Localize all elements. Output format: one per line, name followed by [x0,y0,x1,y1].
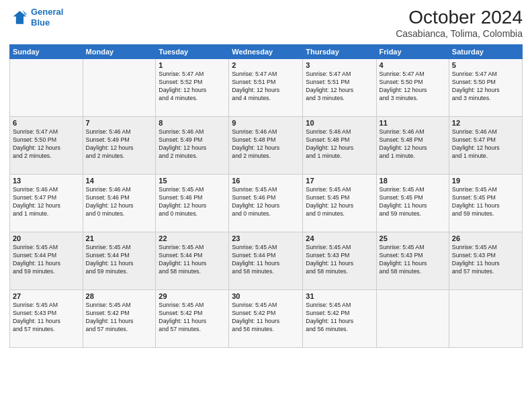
table-row: 1Sunrise: 5:47 AMSunset: 5:52 PMDaylight… [156,59,229,117]
day-info: Sunrise: 5:45 AMSunset: 5:44 PMDaylight:… [159,244,226,276]
day-number: 23 [232,234,300,242]
logo-icon [9,8,28,27]
col-saturday: Saturday [449,45,522,59]
table-row: 26Sunrise: 5:45 AMSunset: 5:43 PMDayligh… [449,232,522,290]
day-number: 6 [13,119,80,127]
day-info: Sunrise: 5:46 AMSunset: 5:49 PMDaylight:… [159,128,226,161]
table-row: 8Sunrise: 5:46 AMSunset: 5:49 PMDaylight… [156,117,229,175]
day-info: Sunrise: 5:45 AMSunset: 5:45 PMDaylight:… [380,186,446,218]
calendar-week-row: 13Sunrise: 5:46 AMSunset: 5:47 PMDayligh… [10,175,523,232]
table-row: 11Sunrise: 5:46 AMSunset: 5:48 PMDayligh… [376,117,449,175]
day-number: 29 [159,292,226,300]
calendar-week-row: 6Sunrise: 5:47 AMSunset: 5:50 PMDaylight… [10,117,523,175]
day-info: Sunrise: 5:47 AMSunset: 5:51 PMDaylight:… [232,71,300,103]
calendar-week-row: 1Sunrise: 5:47 AMSunset: 5:52 PMDaylight… [10,59,523,117]
table-row: 24Sunrise: 5:45 AMSunset: 5:43 PMDayligh… [303,232,376,290]
day-info: Sunrise: 5:46 AMSunset: 5:48 PMDaylight:… [306,128,373,161]
day-number: 18 [380,177,446,185]
col-thursday: Thursday [303,45,376,59]
day-number: 5 [452,61,519,69]
table-row: 7Sunrise: 5:46 AMSunset: 5:49 PMDaylight… [83,117,156,175]
table-row: 13Sunrise: 5:46 AMSunset: 5:47 PMDayligh… [10,175,83,232]
table-row: 27Sunrise: 5:45 AMSunset: 5:43 PMDayligh… [10,290,83,348]
day-number: 25 [380,234,446,242]
day-number: 30 [232,292,300,300]
day-info: Sunrise: 5:47 AMSunset: 5:52 PMDaylight:… [159,71,226,103]
day-info: Sunrise: 5:45 AMSunset: 5:42 PMDaylight:… [232,302,300,334]
day-info: Sunrise: 5:47 AMSunset: 5:50 PMDaylight:… [452,71,519,103]
day-number: 14 [86,177,153,185]
day-number: 27 [13,292,80,300]
table-row: 4Sunrise: 5:47 AMSunset: 5:50 PMDaylight… [376,59,449,117]
table-row: 15Sunrise: 5:45 AMSunset: 5:46 PMDayligh… [156,175,229,232]
day-number: 24 [306,234,373,242]
day-number: 12 [452,119,519,127]
day-number: 16 [232,177,300,185]
table-row: 23Sunrise: 5:45 AMSunset: 5:44 PMDayligh… [229,232,303,290]
day-info: Sunrise: 5:45 AMSunset: 5:42 PMDaylight:… [159,302,226,334]
day-info: Sunrise: 5:45 AMSunset: 5:43 PMDaylight:… [13,302,80,334]
table-row: 31Sunrise: 5:45 AMSunset: 5:42 PMDayligh… [303,290,376,348]
day-number: 17 [306,177,373,185]
day-info: Sunrise: 5:45 AMSunset: 5:43 PMDaylight:… [380,244,446,276]
table-row: 6Sunrise: 5:47 AMSunset: 5:50 PMDaylight… [10,117,83,175]
day-info: Sunrise: 5:45 AMSunset: 5:44 PMDaylight:… [232,244,300,276]
day-info: Sunrise: 5:45 AMSunset: 5:44 PMDaylight:… [86,244,153,276]
day-info: Sunrise: 5:47 AMSunset: 5:50 PMDaylight:… [13,128,80,161]
table-row: 16Sunrise: 5:45 AMSunset: 5:46 PMDayligh… [229,175,303,232]
day-info: Sunrise: 5:45 AMSunset: 5:43 PMDaylight:… [306,244,373,276]
day-info: Sunrise: 5:45 AMSunset: 5:45 PMDaylight:… [452,186,519,218]
table-row: 21Sunrise: 5:45 AMSunset: 5:44 PMDayligh… [83,232,156,290]
table-row: 25Sunrise: 5:45 AMSunset: 5:43 PMDayligh… [376,232,449,290]
table-row: 28Sunrise: 5:45 AMSunset: 5:42 PMDayligh… [83,290,156,348]
day-number: 26 [452,234,519,242]
day-info: Sunrise: 5:47 AMSunset: 5:50 PMDaylight:… [380,71,446,103]
col-wednesday: Wednesday [229,45,303,59]
table-row: 10Sunrise: 5:46 AMSunset: 5:48 PMDayligh… [303,117,376,175]
day-number: 2 [232,61,300,69]
day-info: Sunrise: 5:46 AMSunset: 5:47 PMDaylight:… [452,128,519,161]
col-monday: Monday [83,45,156,59]
table-row: 20Sunrise: 5:45 AMSunset: 5:44 PMDayligh… [10,232,83,290]
table-row: 19Sunrise: 5:45 AMSunset: 5:45 PMDayligh… [449,175,522,232]
table-row: 14Sunrise: 5:46 AMSunset: 5:46 PMDayligh… [83,175,156,232]
subtitle: Casabianca, Tolima, Colombia [396,28,523,39]
table-row: 9Sunrise: 5:46 AMSunset: 5:48 PMDaylight… [229,117,303,175]
day-info: Sunrise: 5:46 AMSunset: 5:48 PMDaylight:… [232,128,300,161]
day-number: 20 [13,234,80,242]
day-number: 15 [159,177,226,185]
day-number: 4 [380,61,446,69]
day-info: Sunrise: 5:45 AMSunset: 5:42 PMDaylight:… [86,302,153,334]
calendar-table: Sunday Monday Tuesday Wednesday Thursday… [9,44,523,348]
table-row: 18Sunrise: 5:45 AMSunset: 5:45 PMDayligh… [376,175,449,232]
day-number: 3 [306,61,373,69]
day-info: Sunrise: 5:45 AMSunset: 5:44 PMDaylight:… [13,244,80,276]
calendar-header-row: Sunday Monday Tuesday Wednesday Thursday… [10,45,523,59]
table-row: 3Sunrise: 5:47 AMSunset: 5:51 PMDaylight… [303,59,376,117]
table-row: 22Sunrise: 5:45 AMSunset: 5:44 PMDayligh… [156,232,229,290]
table-row: 12Sunrise: 5:46 AMSunset: 5:47 PMDayligh… [449,117,522,175]
day-info: Sunrise: 5:45 AMSunset: 5:45 PMDaylight:… [306,186,373,218]
col-sunday: Sunday [10,45,83,59]
day-info: Sunrise: 5:46 AMSunset: 5:49 PMDaylight:… [86,128,153,161]
table-row: 2Sunrise: 5:47 AMSunset: 5:51 PMDaylight… [229,59,303,117]
day-info: Sunrise: 5:46 AMSunset: 5:47 PMDaylight:… [13,186,80,218]
table-row: 5Sunrise: 5:47 AMSunset: 5:50 PMDaylight… [449,59,522,117]
logo-text: General Blue [31,7,63,28]
main-title: October 2024 [396,7,523,28]
day-info: Sunrise: 5:45 AMSunset: 5:46 PMDaylight:… [159,186,226,218]
page: General Blue October 2024 Casabianca, To… [0,0,532,411]
day-number: 22 [159,234,226,242]
table-row: 30Sunrise: 5:45 AMSunset: 5:42 PMDayligh… [229,290,303,348]
title-block: October 2024 Casabianca, Tolima, Colombi… [396,7,523,39]
logo: General Blue [9,7,63,28]
col-tuesday: Tuesday [156,45,229,59]
day-number: 10 [306,119,373,127]
day-info: Sunrise: 5:46 AMSunset: 5:48 PMDaylight:… [380,128,446,161]
day-number: 7 [86,119,153,127]
table-row [83,59,156,117]
col-friday: Friday [376,45,449,59]
day-number: 8 [159,119,226,127]
day-info: Sunrise: 5:45 AMSunset: 5:46 PMDaylight:… [232,186,300,218]
day-number: 31 [306,292,373,300]
